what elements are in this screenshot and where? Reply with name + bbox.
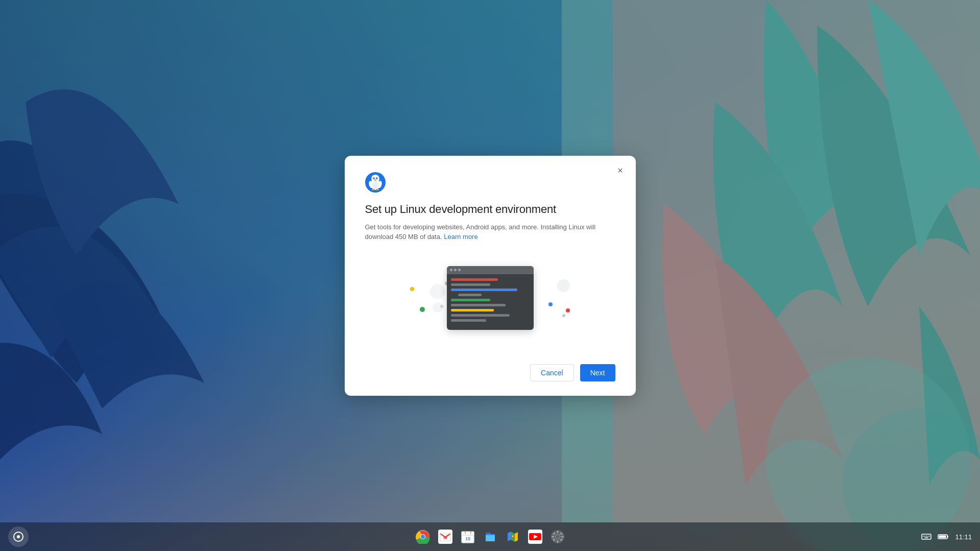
svg-point-17 <box>372 188 375 190</box>
dialog-overlay: × <box>0 0 980 551</box>
svg-point-54 <box>556 535 560 539</box>
svg-rect-46 <box>557 531 558 533</box>
cancel-button[interactable]: Cancel <box>530 364 574 381</box>
launcher-icon <box>13 532 23 542</box>
description-text: Get tools for developing websites, Andro… <box>365 223 596 241</box>
taskbar-left <box>8 526 33 547</box>
svg-rect-37 <box>486 535 495 541</box>
gmail-icon: M <box>438 530 452 544</box>
svg-text:15: 15 <box>465 536 470 541</box>
taskbar: M 7 7 15 <box>0 522 980 551</box>
titlebar-dot-2 <box>454 269 457 271</box>
svg-text:7: 7 <box>470 532 471 535</box>
battery-icon <box>938 533 949 541</box>
code-line-4 <box>458 294 482 296</box>
dot-gray-6 <box>562 314 565 317</box>
taskbar-chrome[interactable] <box>413 526 433 547</box>
dot-gray-5 <box>557 279 570 292</box>
youtube-icon <box>528 530 542 544</box>
calendar-icon: 7 7 15 <box>461 530 475 544</box>
taskbar-gmail[interactable]: M <box>435 526 456 547</box>
taskbar-settings[interactable] <box>547 526 568 547</box>
taskbar-maps[interactable] <box>503 526 523 547</box>
dialog-footer: Cancel Next <box>365 356 615 381</box>
svg-text:M: M <box>443 535 447 540</box>
dot-blue <box>548 302 553 306</box>
titlebar <box>447 266 534 274</box>
illustration-area <box>365 252 615 344</box>
svg-point-39 <box>512 536 513 537</box>
maps-icon <box>506 530 520 544</box>
code-line-5 <box>451 299 490 301</box>
dot-red <box>566 308 570 313</box>
svg-rect-63 <box>947 536 948 538</box>
dialog-title: Set up Linux development environment <box>365 203 615 216</box>
dot-yellow <box>410 287 414 291</box>
code-content <box>447 274 534 326</box>
svg-rect-64 <box>939 536 946 538</box>
dialog-description: Get tools for developing websites, Andro… <box>365 222 615 242</box>
taskbar-center: M 7 7 15 <box>413 526 568 547</box>
svg-rect-48 <box>552 536 554 538</box>
svg-point-16 <box>372 181 378 189</box>
code-line-6 <box>451 304 506 306</box>
dot-green <box>420 307 425 312</box>
code-line-9 <box>451 319 486 322</box>
code-line-8 <box>451 314 510 317</box>
titlebar-dot-1 <box>450 269 452 271</box>
settings-icon <box>551 530 565 544</box>
close-button[interactable]: × <box>613 164 628 178</box>
svg-point-11 <box>373 177 374 178</box>
penguin-icon <box>365 172 386 193</box>
code-line-1 <box>451 278 498 281</box>
chrome-icon <box>416 530 430 544</box>
taskbar-youtube[interactable] <box>525 526 545 547</box>
dot-gray-4 <box>433 302 443 313</box>
svg-point-24 <box>421 535 425 539</box>
learn-more-link[interactable]: Learn more <box>444 233 477 241</box>
setup-dialog: × <box>345 156 636 396</box>
clock: 11:11 <box>955 533 972 541</box>
code-line-2 <box>451 283 490 286</box>
code-line-7 <box>451 309 494 312</box>
keyboard-icon <box>921 533 931 541</box>
svg-point-12 <box>376 177 377 178</box>
code-editor-illustration <box>447 266 534 330</box>
taskbar-right: 11:11 <box>921 533 972 541</box>
next-button[interactable]: Next <box>580 364 615 381</box>
files-icon <box>483 530 497 544</box>
launcher-button[interactable] <box>8 526 29 547</box>
close-icon: × <box>617 165 623 176</box>
svg-rect-47 <box>557 540 558 543</box>
dot-gray-3 <box>430 284 445 299</box>
taskbar-files[interactable] <box>480 526 500 547</box>
titlebar-dot-3 <box>458 269 461 271</box>
taskbar-calendar[interactable]: 7 7 15 <box>458 526 478 547</box>
code-line-3 <box>451 289 518 291</box>
svg-text:7: 7 <box>465 532 466 535</box>
svg-point-18 <box>376 188 379 190</box>
svg-point-20 <box>17 535 20 538</box>
linux-logo <box>365 172 386 193</box>
svg-rect-49 <box>561 536 564 538</box>
svg-point-13 <box>374 179 376 181</box>
